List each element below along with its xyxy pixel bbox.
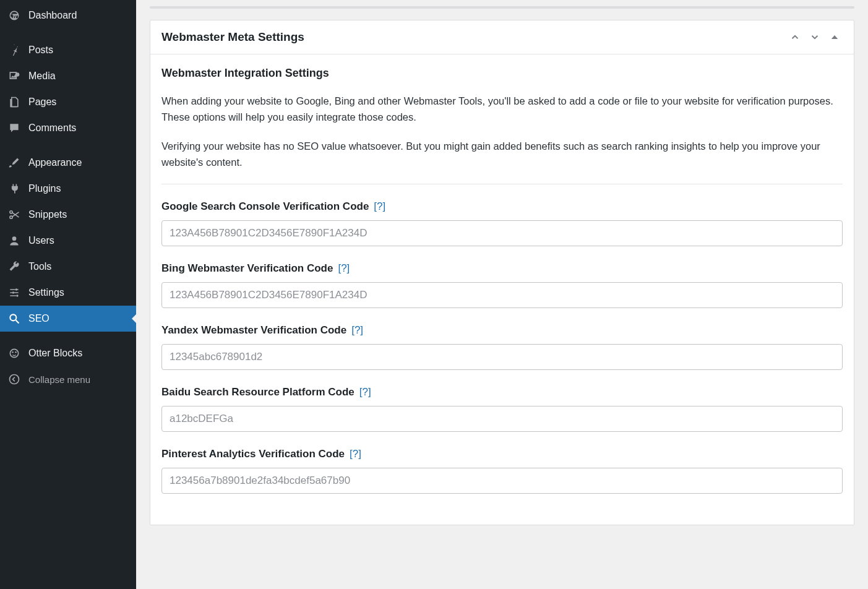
field-yandex-webmaster: Yandex Webmaster Verification Code [?] — [161, 324, 843, 370]
help-link[interactable]: [?] — [374, 200, 385, 213]
webmaster-meta-panel: Webmaster Meta Settings Webmaster Integr… — [150, 20, 854, 525]
sidebar-item-users[interactable]: Users — [0, 228, 136, 254]
sidebar-item-settings[interactable]: Settings — [0, 280, 136, 306]
sidebar-item-label: SEO — [28, 313, 49, 324]
panel-move-up-button[interactable] — [787, 29, 803, 45]
sidebar-separator — [0, 332, 136, 340]
search-icon — [7, 312, 21, 325]
svg-point-9 — [12, 351, 14, 353]
baidu-verification-input[interactable] — [161, 406, 843, 432]
scissors-icon — [7, 208, 21, 221]
sidebar-item-appearance[interactable]: Appearance — [0, 150, 136, 176]
plug-icon — [7, 182, 21, 196]
svg-point-7 — [10, 314, 16, 320]
pinterest-verification-input[interactable] — [161, 468, 843, 494]
pages-icon — [7, 95, 21, 109]
sidebar-separator — [0, 141, 136, 150]
sidebar-item-label: Media — [28, 71, 56, 82]
sidebar-item-comments[interactable]: Comments — [0, 115, 136, 141]
pin-icon — [7, 43, 21, 57]
svg-point-4 — [15, 288, 17, 290]
svg-point-6 — [16, 294, 18, 296]
svg-point-3 — [12, 236, 17, 241]
admin-sidebar: Dashboard Posts Media Pages Commen — [0, 0, 136, 589]
sidebar-item-label: Posts — [28, 45, 53, 56]
section-description-1: When adding your website to Google, Bing… — [161, 93, 843, 125]
sidebar-item-seo[interactable]: SEO — [0, 306, 136, 332]
sidebar-item-otter-blocks[interactable]: Otter Blocks — [0, 340, 136, 366]
top-divider — [150, 6, 854, 9]
svg-point-11 — [10, 375, 19, 384]
panel-header: Webmaster Meta Settings — [150, 20, 854, 54]
section-subtitle: Webmaster Integration Settings — [161, 67, 843, 80]
svg-point-10 — [15, 351, 17, 353]
field-google-search-console: Google Search Console Verification Code … — [161, 200, 843, 246]
help-link[interactable]: [?] — [350, 448, 361, 460]
sidebar-item-media[interactable]: Media — [0, 63, 136, 89]
sidebar-item-label: Tools — [28, 261, 51, 272]
field-label: Bing Webmaster Verification Code — [161, 262, 333, 275]
google-verification-input[interactable] — [161, 220, 843, 246]
sidebar-item-label: Otter Blocks — [28, 348, 82, 359]
sidebar-item-posts[interactable]: Posts — [0, 37, 136, 63]
panel-title: Webmaster Meta Settings — [161, 30, 783, 44]
sidebar-item-label: Plugins — [28, 183, 61, 194]
field-bing-webmaster: Bing Webmaster Verification Code [?] — [161, 262, 843, 308]
bing-verification-input[interactable] — [161, 282, 843, 308]
field-label: Baidu Search Resource Platform Code — [161, 386, 355, 398]
section-description-2: Verifying your website has no SEO value … — [161, 139, 843, 170]
help-link[interactable]: [?] — [359, 386, 371, 398]
sidebar-item-label: Dashboard — [28, 10, 77, 21]
yandex-verification-input[interactable] — [161, 344, 843, 370]
otter-icon — [7, 346, 21, 360]
comment-icon — [7, 121, 21, 135]
sidebar-item-snippets[interactable]: Snippets — [0, 202, 136, 228]
media-icon — [7, 69, 21, 83]
sidebar-item-label: Snippets — [28, 209, 67, 220]
field-label: Yandex Webmaster Verification Code — [161, 324, 346, 337]
field-label: Pinterest Analytics Verification Code — [161, 448, 345, 460]
sidebar-collapse-label: Collapse menu — [28, 374, 90, 385]
sidebar-item-plugins[interactable]: Plugins — [0, 176, 136, 202]
field-baidu: Baidu Search Resource Platform Code [?] — [161, 386, 843, 432]
sliders-icon — [7, 286, 21, 299]
collapse-icon — [7, 372, 21, 386]
svg-point-8 — [10, 349, 18, 357]
panel-move-down-button[interactable] — [807, 29, 823, 45]
sidebar-separator — [0, 28, 136, 37]
main-content: Webmaster Meta Settings Webmaster Integr… — [136, 0, 868, 589]
section-divider — [161, 184, 843, 184]
sidebar-item-label: Comments — [28, 123, 76, 134]
sidebar-item-label: Appearance — [28, 157, 82, 168]
sidebar-item-pages[interactable]: Pages — [0, 89, 136, 115]
user-icon — [7, 234, 21, 247]
field-label: Google Search Console Verification Code — [161, 200, 369, 213]
sidebar-collapse-menu[interactable]: Collapse menu — [0, 366, 136, 392]
panel-body: Webmaster Integration Settings When addi… — [150, 54, 854, 525]
wrench-icon — [7, 260, 21, 273]
dashboard-icon — [7, 9, 21, 22]
sidebar-item-label: Pages — [28, 97, 56, 108]
help-link[interactable]: [?] — [351, 324, 363, 337]
sidebar-item-label: Users — [28, 235, 54, 246]
field-pinterest: Pinterest Analytics Verification Code [?… — [161, 448, 843, 494]
help-link[interactable]: [?] — [338, 262, 350, 275]
sidebar-item-tools[interactable]: Tools — [0, 254, 136, 280]
sidebar-item-dashboard[interactable]: Dashboard — [0, 2, 136, 28]
panel-toggle-button[interactable] — [827, 29, 843, 45]
brush-icon — [7, 156, 21, 170]
svg-point-5 — [12, 291, 14, 293]
sidebar-item-label: Settings — [28, 287, 64, 298]
